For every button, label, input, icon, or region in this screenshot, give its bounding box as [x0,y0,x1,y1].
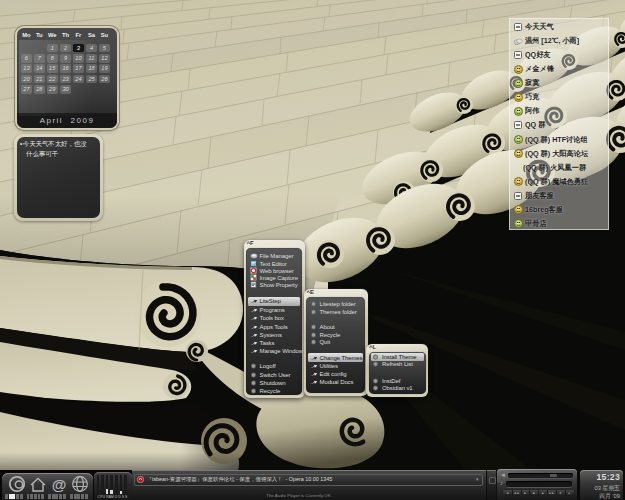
svg-text:@: @ [52,476,67,493]
